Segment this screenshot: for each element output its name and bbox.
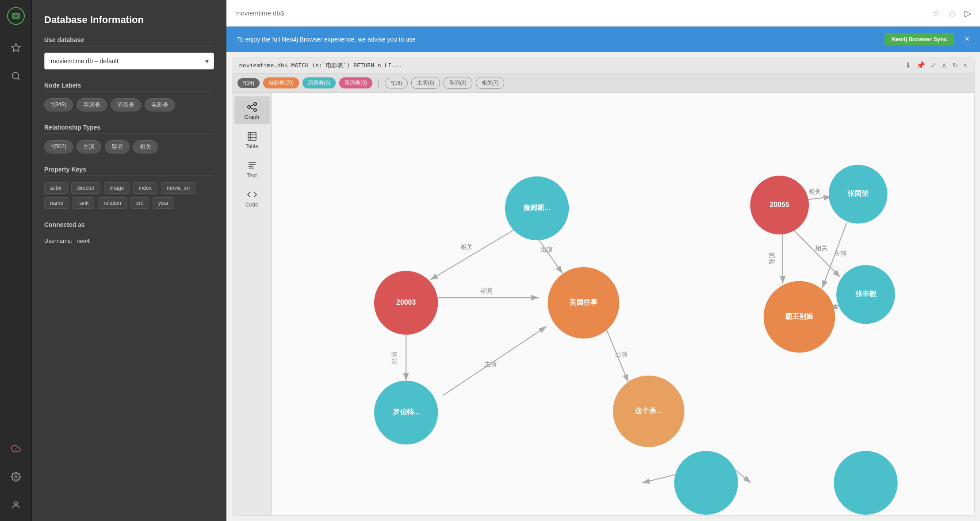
tab-actor[interactable]: 演员表(6) — [302, 77, 336, 88]
use-database-label: Use database — [44, 36, 214, 46]
node-killer[interactable] — [613, 375, 685, 447]
prop-index: index — [133, 182, 157, 194]
text-view-button[interactable]: Text — [234, 155, 270, 182]
rel-tag-directed[interactable]: 导演 — [105, 140, 130, 153]
view-panel: Graph Table Text — [232, 93, 272, 515]
graph-view-button[interactable]: Graph — [234, 96, 270, 124]
node-20003[interactable] — [374, 271, 438, 334]
banner-close-button[interactable]: × — [965, 34, 969, 44]
svg-point-11 — [254, 103, 256, 105]
banner: To enjoy the full Neo4j Browser experien… — [226, 27, 980, 52]
node-labels-heading: Node Labels — [44, 82, 214, 92]
node-bwbj[interactable] — [764, 281, 835, 353]
node-robert[interactable] — [374, 381, 438, 444]
svg-point-2 — [15, 15, 17, 17]
graph-svg-area: 出演 导演 相关 主演 出演 出演 — [272, 93, 974, 515]
connected-as-section: Connected as Username: neo4j — [44, 221, 214, 244]
node-zhangguorong[interactable] — [829, 165, 888, 224]
expand-icon[interactable]: ⤢ — [930, 61, 936, 69]
settings-icon[interactable] — [7, 468, 25, 486]
cloud-error-icon[interactable] — [7, 440, 25, 457]
search-icon[interactable] — [7, 67, 25, 85]
text-view-label: Text — [247, 172, 256, 179]
clear-icon[interactable]: ◇ — [949, 8, 956, 19]
tab-all-nodes[interactable]: *(34) — [237, 78, 260, 88]
browser-sync-button[interactable]: Neo4j Browser Sync — [884, 33, 954, 46]
icon-bar — [0, 0, 32, 521]
refresh-icon[interactable]: ↻ — [952, 61, 958, 69]
node-usa-story[interactable] — [548, 267, 620, 339]
node-james[interactable] — [505, 176, 569, 240]
svg-line-5 — [18, 78, 19, 80]
tab-director[interactable]: 导演表(3) — [339, 77, 372, 88]
database-select-wrapper: moviemtime.db – default — [44, 53, 214, 69]
star-icon[interactable]: ☆ — [932, 8, 940, 19]
node-labels-section: Node Labels *(349) 导演表 演员表 电影表 — [44, 82, 214, 111]
code-view-label: Code — [245, 202, 258, 208]
rel-tag-all[interactable]: *(502) — [44, 140, 73, 153]
prop-movie-en: movie_en — [161, 182, 195, 194]
favorites-icon[interactable] — [7, 39, 25, 57]
rel-tag-related[interactable]: 相关 — [133, 140, 158, 153]
up-icon[interactable]: ∧ — [942, 61, 947, 69]
edge-label-us-killer: 出演 — [615, 351, 628, 358]
database-select[interactable]: moviemtime.db – default — [44, 53, 214, 69]
username-value: neo4j — [77, 238, 91, 244]
tab-movie[interactable]: 电影表(25) — [263, 77, 299, 88]
svg-point-9 — [14, 502, 17, 505]
app-logo — [7, 7, 25, 25]
prop-director: director — [71, 182, 100, 194]
edge-james-20003 — [430, 229, 516, 280]
edge-label-20003-us: 导演 — [480, 287, 492, 294]
result-header: moviemtime.db$ MATCH (n:`电影表`) RETURN n … — [232, 57, 974, 73]
prop-actor: actor — [44, 182, 68, 194]
edge-label-robert-us: 主演 — [484, 360, 497, 368]
tab-edge-related[interactable]: 相关(7) — [476, 77, 505, 89]
node-label-director[interactable]: 导演表 — [77, 98, 107, 111]
node-label-actor[interactable]: 演员表 — [111, 98, 141, 111]
tab-edge-all[interactable]: *(16) — [385, 78, 408, 88]
use-database-section: Use database moviemtime.db – default — [44, 36, 214, 69]
pin-icon[interactable]: 📌 — [916, 61, 925, 69]
property-key-tags: actor director image index movie_en name… — [44, 182, 214, 209]
query-bar: ☆ ◇ ▷ — [226, 0, 980, 27]
node-label-movie[interactable]: 电影表 — [145, 98, 175, 111]
edge-label-james-20003: 相关 — [460, 243, 473, 250]
svg-line-13 — [250, 105, 254, 107]
close-result-icon[interactable]: × — [963, 61, 967, 69]
prop-rank: rank — [73, 197, 94, 209]
tab-edge-directed[interactable]: 导演(3) — [444, 77, 472, 89]
edge-label-zhanggr-bwbj: 主演 — [834, 250, 846, 257]
query-input[interactable] — [235, 9, 925, 17]
edge-label-20055-zhangfy: 相关 — [815, 245, 827, 252]
node-labels-tags: *(349) 导演表 演员表 电影表 — [44, 98, 214, 111]
result-header-actions: ⬇ 📌 ⤢ ∧ ↻ × — [905, 61, 967, 69]
prop-relation: relation — [98, 197, 126, 209]
graph-container: Graph Table Text — [232, 93, 974, 515]
node-label-all[interactable]: *(349) — [44, 98, 73, 111]
sidebar-title: Database Information — [44, 14, 214, 26]
result-panel: moviemtime.db$ MATCH (n:`电影表`) RETURN n … — [232, 57, 975, 516]
node-bottom-blue[interactable] — [674, 451, 738, 515]
edge-label-20055-bwbj: 导演 — [768, 252, 775, 264]
edge-james-us — [537, 237, 563, 273]
node-zhangfengyi[interactable] — [836, 265, 895, 324]
node-bottom-blue2[interactable] — [834, 451, 897, 515]
table-view-button[interactable]: Table — [234, 126, 270, 153]
svg-rect-15 — [248, 132, 256, 140]
node-20055[interactable] — [750, 176, 809, 234]
svg-point-10 — [248, 106, 250, 108]
code-view-button[interactable]: Code — [234, 184, 270, 211]
svg-marker-3 — [11, 44, 19, 51]
rel-tag-starring[interactable]: 主演 — [77, 140, 101, 153]
download-icon[interactable]: ⬇ — [905, 61, 911, 69]
graph-view-label: Graph — [245, 114, 259, 120]
run-icon[interactable]: ▷ — [965, 8, 971, 19]
relationship-types-heading: Relationship Types — [44, 124, 214, 134]
user-icon[interactable] — [7, 496, 25, 514]
property-keys-heading: Property Keys — [44, 166, 214, 176]
tab-edge-starring[interactable]: 主演(6) — [411, 77, 440, 89]
connected-as-info: Username: neo4j — [44, 238, 214, 244]
edge-label-20055-zhanggr: 相关 — [808, 188, 821, 195]
main-content: ☆ ◇ ▷ To enjoy the full Neo4j Browser ex… — [226, 0, 980, 521]
